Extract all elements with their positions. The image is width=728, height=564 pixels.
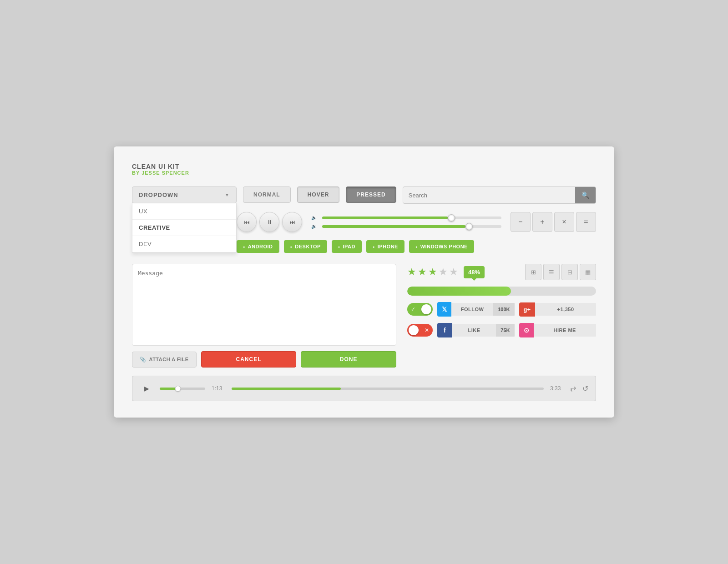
- search-button[interactable]: 🔍: [575, 187, 596, 203]
- view-grid-button[interactable]: ⊞: [525, 264, 541, 280]
- chevron-down-icon: ▼: [225, 192, 230, 197]
- platform-android[interactable]: ANDROID: [237, 240, 279, 253]
- dropdown-button[interactable]: DROPDOWN ▼: [132, 186, 237, 203]
- sliders-section: 🔈 🔉: [311, 215, 501, 229]
- player-repeat-button[interactable]: ↺: [582, 384, 588, 393]
- dropdown-menu: UX CREATIVE DEV: [132, 203, 237, 253]
- done-button[interactable]: DONE: [301, 351, 396, 368]
- gplus-button[interactable]: g+ +1,350: [519, 302, 597, 317]
- message-textarea[interactable]: [132, 264, 396, 346]
- toggle-knob-on: [421, 304, 431, 314]
- main-content-row: 📎 ATTACH A FILE CANCEL DONE ★ ★ ★ ★ ★ 48…: [132, 264, 596, 368]
- attach-button[interactable]: 📎 ATTACH A FILE: [132, 352, 197, 368]
- star-rating[interactable]: ★ ★ ★ ★ ★: [407, 266, 458, 278]
- star-2: ★: [418, 266, 427, 278]
- slider-bottom-fill: [322, 225, 465, 228]
- rewind-button[interactable]: ⏮: [237, 212, 257, 232]
- progress-bar-fill: [407, 287, 511, 296]
- search-icon: 🔍: [581, 191, 589, 199]
- platform-windows-phone[interactable]: WINDOWS PHONE: [409, 240, 474, 253]
- slider-bottom-track[interactable]: [322, 225, 501, 228]
- platform-ipad[interactable]: IPAD: [332, 240, 362, 253]
- dropdown-item-ux[interactable]: UX: [132, 203, 236, 220]
- star-4: ★: [439, 266, 448, 278]
- slider-top-thumb[interactable]: [448, 214, 455, 222]
- check-icon: ✓: [411, 306, 415, 312]
- slider-top-fill: [322, 217, 448, 219]
- calc-equals-button[interactable]: =: [576, 212, 596, 232]
- paperclip-icon: 📎: [140, 357, 147, 363]
- calculator-section: − + × =: [511, 212, 596, 232]
- normal-button[interactable]: NORMAL: [243, 186, 291, 203]
- player-bar: ▶ 1:13 3:33 ⇄ ↺: [132, 376, 596, 401]
- view-list-button[interactable]: ☰: [543, 264, 560, 280]
- slider-top-track[interactable]: [322, 217, 501, 219]
- platform-windows-phone-label: WINDOWS PHONE: [420, 244, 468, 249]
- social-row-2: ✕ f LIKE 75K ⊙ HIRE ME: [407, 323, 596, 337]
- main-card: CLEAN UI KIT BY JESSE SPENCER DROPDOWN ▼…: [114, 146, 614, 418]
- forward-icon: ⏭: [289, 219, 295, 226]
- media-controls: ⏮ ⏸ ⏭: [237, 212, 302, 232]
- player-volume-track[interactable]: [160, 388, 205, 390]
- dropdown-container: DROPDOWN ▼ UX CREATIVE DEV: [132, 186, 237, 203]
- dropdown-item-dev[interactable]: DEV: [132, 236, 236, 252]
- calc-plus-button[interactable]: +: [532, 212, 552, 232]
- star-3: ★: [428, 266, 437, 278]
- platform-desktop-label: DESKTOP: [295, 244, 320, 249]
- dribbble-label: HIRE ME: [534, 324, 597, 337]
- toggle-on[interactable]: ✓: [407, 303, 433, 316]
- percent-badge: 48%: [464, 266, 485, 278]
- volume-low-icon: 🔈: [311, 215, 318, 220]
- textarea-section: 📎 ATTACH A FILE CANCEL DONE: [132, 264, 396, 368]
- repeat-icon: ↺: [582, 385, 588, 393]
- shuffle-icon: ⇄: [570, 385, 576, 393]
- twitter-count: 100K: [493, 303, 514, 316]
- pause-button[interactable]: ⏸: [259, 212, 279, 232]
- toggle-knob-off: [409, 325, 419, 335]
- kit-subtitle: BY JESSE SPENCER: [132, 170, 596, 176]
- facebook-button[interactable]: f LIKE 75K: [437, 323, 515, 337]
- gplus-icon: g+: [519, 302, 536, 317]
- slider-top-row: 🔈: [311, 215, 501, 220]
- player-volume-thumb[interactable]: [175, 386, 181, 392]
- player-play-button[interactable]: ▶: [140, 382, 153, 395]
- row-buttons: DROPDOWN ▼ UX CREATIVE DEV NORMAL HOVER …: [132, 186, 596, 204]
- progress-bar-container: [407, 287, 596, 296]
- play-icon: ▶: [144, 385, 149, 392]
- pressed-button[interactable]: PRESSED: [346, 186, 396, 203]
- x-icon: ✕: [425, 327, 429, 333]
- view-columns-button[interactable]: ⊟: [561, 264, 578, 280]
- platform-iphone[interactable]: IPHONE: [366, 240, 404, 253]
- search-input[interactable]: [403, 187, 575, 203]
- twitter-icon: 𝕏: [437, 302, 451, 317]
- slider-bottom-row: 🔉: [311, 224, 501, 229]
- dribbble-button[interactable]: ⊙ HIRE ME: [519, 323, 597, 337]
- toggle-off[interactable]: ✕: [407, 324, 433, 337]
- kit-title: CLEAN UI KIT: [132, 163, 596, 170]
- facebook-icon: f: [437, 323, 452, 337]
- rewind-icon: ⏮: [244, 219, 250, 226]
- cancel-button[interactable]: CANCEL: [201, 351, 297, 368]
- facebook-label: LIKE: [452, 324, 496, 337]
- gplus-label: +1,350: [535, 303, 596, 316]
- dribbble-icon: ⊙: [519, 323, 534, 337]
- player-progress-track[interactable]: [232, 388, 544, 390]
- calc-minus-button[interactable]: −: [511, 212, 531, 232]
- platform-android-label: ANDROID: [248, 244, 273, 249]
- view-icons-group: ⊞ ☰ ⊟ ▦: [525, 264, 596, 280]
- calc-times-button[interactable]: ×: [554, 212, 574, 232]
- dropdown-label: DROPDOWN: [139, 191, 178, 198]
- platform-iphone-label: IPHONE: [378, 244, 398, 249]
- right-panel: ★ ★ ★ ★ ★ 48% ⊞ ☰ ⊟ ▦: [407, 264, 596, 368]
- twitter-label: FOLLOW: [451, 303, 493, 316]
- dropdown-item-creative[interactable]: CREATIVE: [132, 220, 236, 236]
- view-barcode-button[interactable]: ▦: [580, 264, 596, 280]
- facebook-count: 75K: [496, 324, 514, 337]
- hover-button[interactable]: HOVER: [297, 186, 340, 203]
- player-shuffle-button[interactable]: ⇄: [570, 384, 576, 393]
- title-section: CLEAN UI KIT BY JESSE SPENCER: [132, 163, 596, 176]
- platform-desktop[interactable]: DESKTOP: [284, 240, 327, 253]
- slider-bottom-thumb[interactable]: [465, 223, 473, 230]
- twitter-button[interactable]: 𝕏 FOLLOW 100K: [437, 302, 515, 317]
- forward-button[interactable]: ⏭: [282, 212, 302, 232]
